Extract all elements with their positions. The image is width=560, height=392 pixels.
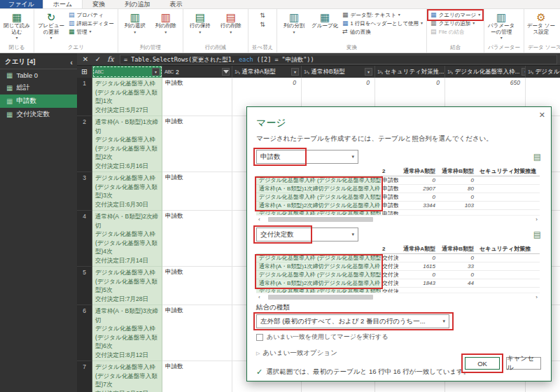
scrollbar-thumb[interactable] [268,295,373,300]
commit-formula-icon[interactable]: ✓ [92,55,104,63]
table-menu-button[interactable]: ⊞ [77,66,92,78]
column-header-2[interactable]: ABC2 [162,66,232,78]
row-number[interactable]: 1 [77,78,92,116]
column-filter-icon[interactable]: ▾ [365,68,372,76]
row-number[interactable]: 4 [77,211,92,267]
cell-kind[interactable]: 申請数 [162,78,232,116]
manage-button[interactable]: 管理▾ [67,28,115,36]
sidebar-item-kofuketteisu[interactable]: 交付決定数 [0,108,77,121]
scroll-left-icon[interactable]: ‹ [256,216,262,223]
preview-row[interactable]: 通常枠(A・B類型)2次締切デジタル化基盤導入枠 (... 申請数 3344 1… [256,202,540,210]
refresh-preview-button[interactable]: プレビューの更新▾ [36,10,66,41]
preview-row[interactable]: デジタル化基盤導入枠 (デジタル化基盤導入類型)1... 申請数 0 0 [256,176,540,185]
preview-row[interactable]: 通常枠(A・B類型)2次締切デジタル化基盤導入枠 (... 交付決定数 1843… [256,279,540,288]
first-table-select[interactable]: 申請数▾ [256,150,358,164]
column-filter-icon[interactable]: ▾ [291,68,299,76]
use-first-row-headers-button[interactable]: 1 行目をヘッダーとして使用▾ [341,20,424,27]
tab-view[interactable]: 表示 [160,0,192,8]
row-number[interactable]: 2 [77,116,92,172]
sort-descending-button[interactable] [258,21,267,29]
remove-columns-button[interactable]: 列の削除▾ [151,10,181,35]
choose-columns-button[interactable]: 列の選択▾ [120,10,150,35]
cell-period[interactable]: デジタル化基盤導入枠 (デジタル化基盤導入類型)1次 交付決定日:5月27日 [92,78,162,116]
preview-row[interactable]: 通常枠(A・B類型)1次締切デジタル化基盤導入枠 (... 申請数 2907 8… [256,185,540,193]
merge-queries-button[interactable]: クエリのマージ▾ [429,11,482,19]
cell-period[interactable]: 通常枠(A・B類型)2次締切 デジタル化基盤導入枠 (デジタル化基盤導入類型)4… [92,211,162,267]
close-icon[interactable]: ✕ [539,111,545,120]
ok-button[interactable]: OK [465,357,500,370]
horizontal-scrollbar[interactable]: ‹ › [256,215,540,223]
cell-period[interactable]: 通常枠(A・B類型)1次締切 デジタル化基盤導入枠 (デジタル化基盤導入類型)2… [92,116,162,172]
cell-kind[interactable]: 申請数 [162,361,232,392]
cell-kind[interactable]: 申請数 [162,211,232,267]
filter-applied-icon[interactable] [222,68,230,76]
sidebar-item-shinseisu[interactable]: 申請数 [0,94,77,108]
row-number[interactable]: 3 [77,172,92,211]
column-header-6[interactable]: 1²₃デジタル化基盤導入枠...▾ [445,66,526,78]
split-column-button[interactable]: 列の分割▾ [279,10,309,35]
column-filter-icon[interactable]: ▾ [152,68,160,76]
advanced-editor-button[interactable]: 詳細エディター [67,20,115,27]
cell-kind[interactable]: 申請数 [162,172,232,211]
horizontal-scrollbar[interactable]: ‹ › [256,293,540,300]
cell-period[interactable]: デジタル化基盤導入枠 (デジタル化基盤導入類型)3次 交付決定日:6月30日 [92,172,162,211]
cell-kind[interactable]: 申請数 [162,116,232,172]
group-by-button[interactable]: グループ化 [310,10,340,29]
sort-ascending-button[interactable] [258,12,267,20]
cell-period[interactable]: 通常枠(A・B類型)3次締切 デジタル化基盤導入枠 (デジタル化基盤導入類型)6… [92,305,162,361]
manage-parameters-button[interactable]: パラメーターの管理▾ [486,10,516,41]
join-kind-select[interactable]: 左外部 (最初の行すべて、および 2 番目の行のうち一...▾ [256,314,449,328]
scroll-right-icon[interactable]: › [533,294,540,300]
sidebar-item-table0[interactable]: Table 0 [0,69,77,81]
cancel-button[interactable]: キャンセル [506,357,541,370]
preview-key-cell[interactable]: デジタル化基盤導入枠 (デジタル化基盤導入類型)3... [256,271,381,279]
replace-values-button[interactable]: 値の置換 [341,28,424,36]
preview-key-cell[interactable]: デジタル化基盤導入枠 (デジタル化基盤導入類型)1... [256,254,381,262]
preview-key-cell[interactable]: 通常枠(A・B類型)2次締切デジタル化基盤導入枠 (... [256,279,381,288]
row-number[interactable]: 7 [77,361,92,392]
remove-rows-button[interactable]: 行の削除▾ [216,10,246,35]
column-header-3[interactable]: 1²₃通常枠A類型▾ [232,66,302,78]
preview-row[interactable]: 通常枠(A・B類型)1次締切デジタル化基盤導入枠 (... 交付決定数 1615… [256,262,540,271]
tab-home[interactable]: ホーム [43,0,83,8]
cancel-formula-icon[interactable]: ✕ [80,55,91,63]
preview-key-cell[interactable]: 通常枠(A・B類型)1次締切デジタル化基盤導入枠 (... [256,185,381,193]
data-source-settings-button[interactable]: データ ソース設定 [526,10,556,35]
table-picker-icon[interactable]: ▤ [533,230,541,239]
preview-b-cell: 0 [438,254,477,262]
tab-file[interactable]: ファイル [0,0,43,8]
scrollbar-thumb[interactable] [268,217,373,222]
preview-key-cell[interactable]: 通常枠(A・B類型)1次締切デジタル化基盤導入枠 (... [256,262,381,271]
cell-kind[interactable]: 申請数 [162,305,232,361]
formula-input[interactable]: = Table.SelectRows(変更された型1, each ([2] = … [120,55,557,64]
cell-period[interactable]: デジタル化基盤導入枠 (デジタル化基盤導入類型)5次 交付決定日:7月28日 [92,267,162,305]
preview-row[interactable]: デジタル化基盤導入枠 (デジタル化基盤導入類型)1... 交付決定数 0 0 [256,254,540,262]
cell-period[interactable]: デジタル化基盤導入枠 (デジタル化基盤導入類型)7次 交付決定日:8月25日 [92,361,162,392]
keep-rows-button[interactable]: 行の保持▾ [186,10,215,35]
fuzzy-match-checkbox[interactable] [256,334,263,341]
column-header-5[interactable]: 1²₃セキュリティ対策推...▾ [375,66,445,78]
second-table-select[interactable]: 交付決定数▾ [256,227,358,241]
preview-row[interactable]: デジタル化基盤導入枠 (デジタル化基盤導入類型)3... 申請数 0 0 [256,193,540,202]
preview-key-cell[interactable]: デジタル化基盤導入枠 (デジタル化基盤導入類型)1... [256,176,381,185]
tab-transform[interactable]: 変換 [83,0,115,8]
preview-row[interactable]: デジタル化基盤導入枠 (デジタル化基盤導入類型)3... 交付決定数 0 0 [256,271,540,279]
append-queries-button[interactable]: クエリの追加▾ [429,20,482,27]
table-picker-icon[interactable]: ▤ [533,152,541,162]
properties-button[interactable]: プロパティ [67,11,115,19]
tab-add-column[interactable]: 列の追加 [115,0,160,8]
column-header-7[interactable]: 1²₃デジタル化... [526,66,560,78]
scroll-left-icon[interactable]: ‹ [256,294,262,300]
close-and-load-button[interactable]: 閉じて読み込む▾ [2,10,31,41]
data-type-button[interactable]: データ型: テキスト▾ [341,11,424,19]
row-number[interactable]: 6 [77,305,92,361]
column-header-4[interactable]: 1²₃通常枠B類型▾ [302,66,375,78]
preview-key-cell[interactable]: 通常枠(A・B類型)2次締切デジタル化基盤導入枠 (... [256,202,381,210]
sidebar-item-soukei[interactable]: 総計 [0,81,77,94]
row-number[interactable]: 5 [77,267,92,305]
column-header-1[interactable]: ABC▾ [92,66,162,78]
preview-key-cell[interactable]: デジタル化基盤導入枠 (デジタル化基盤導入類型)3... [256,193,381,202]
collapse-pane-icon[interactable]: ‹ [70,58,73,66]
cell-kind[interactable]: 申請数 [162,267,232,305]
scroll-right-icon[interactable]: › [533,216,540,223]
